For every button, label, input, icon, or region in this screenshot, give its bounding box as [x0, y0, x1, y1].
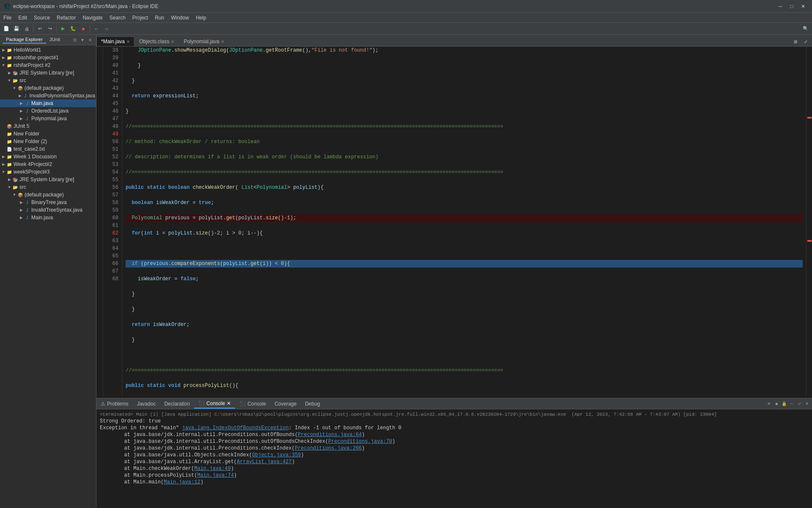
stack-link-5[interactable]: ArrayList.java:427	[237, 459, 292, 465]
sidebar-tab-package-explorer[interactable]: Package Explorer	[3, 36, 46, 44]
console-stop[interactable]: ■	[773, 400, 780, 407]
console-line-stack8: at Main.main(Main.java:12)	[100, 479, 809, 486]
sidebar-item-jre2[interactable]: ▶ 📚 JRE System Library [jre]	[0, 69, 96, 77]
toolbar-new[interactable]: 📄	[2, 24, 11, 33]
sidebar-item-mainjava[interactable]: ▶ J Main.java	[0, 99, 96, 107]
menu-refactor[interactable]: Refactor	[53, 13, 79, 23]
console-scroll-lock[interactable]: 🔒	[781, 400, 787, 407]
toolbar-redo[interactable]: ↪	[45, 24, 55, 33]
stack-link-1[interactable]: Preconditions.java:64	[298, 432, 362, 438]
sidebar-item-defpkg5[interactable]: ▼ 📦 (default package)	[0, 191, 96, 199]
sidebar-item-helloworld[interactable]: ▶ 📁 HelloWorld1	[0, 46, 96, 54]
sidebar-item-newfolder2[interactable]: 📁 New Folder (2)	[0, 138, 96, 145]
sidebar-item-junit5[interactable]: 📦 JUnit 5	[0, 122, 96, 130]
console-maximize[interactable]: ⤢	[796, 400, 803, 407]
breakpoint-gutter[interactable]	[96, 47, 103, 398]
menu-help[interactable]: Help	[192, 13, 210, 23]
sidebar-item-testcase[interactable]: 📄 test_case2.txt	[0, 145, 96, 153]
bottom-tab-console[interactable]: ⬛ Console ✕	[194, 399, 235, 409]
stack-link-8[interactable]: Main.java:12	[164, 479, 200, 485]
code-editor[interactable]: 38 39 40 41 42 43 44 45 46 47 48 49 50 5…	[96, 47, 806, 398]
sidebar-item-rshifar2[interactable]: ▼ 📁 rshifarProject #2	[0, 61, 96, 69]
sidebar-collapse[interactable]: ⊟	[71, 36, 78, 43]
maximize-button[interactable]: □	[786, 2, 797, 11]
toolbar-save[interactable]: 💾	[12, 24, 21, 33]
editor-area: *Main.java ✕ Objects.class ✕ Polynomial.…	[96, 35, 812, 508]
console-minimize[interactable]: ─	[788, 400, 795, 407]
sidebar-item-polynomial[interactable]: ▶ J Polynomial.java	[0, 115, 96, 122]
expand-w4: ▶	[1, 162, 6, 166]
editor-maximize[interactable]: ⤢	[801, 37, 810, 46]
sidebar-menu[interactable]: ▼	[79, 36, 86, 43]
menu-file[interactable]: File	[0, 13, 15, 23]
sidebar-item-invalidpoly[interactable]: ▶ J InvalidPolynomialSyntax.java	[0, 92, 96, 99]
minimize-button[interactable]: ─	[775, 2, 786, 11]
toolbar-forward[interactable]: →	[102, 24, 111, 33]
java-main-icon2: J	[24, 214, 30, 221]
sidebar-item-orderedlist[interactable]: ▶ J OrderedList.java	[0, 107, 96, 115]
code-content[interactable]: JOptionPane.showMessageDialog(JOptionPan…	[122, 47, 806, 398]
bottom-tab-debug[interactable]: Debug	[301, 400, 324, 408]
sidebar-item-src5[interactable]: ▼ 📂 src	[0, 183, 96, 191]
sidebar-close[interactable]: ✕	[87, 36, 93, 43]
sidebar-item-invalidtree[interactable]: ▶ J InvalidTreeSyntax.java	[0, 206, 96, 214]
sidebar-item-main5[interactable]: ▶ J Main.java	[0, 214, 96, 221]
stack-link-2[interactable]: Preconditions.java:70	[328, 439, 392, 444]
tab-main-close[interactable]: ✕	[126, 39, 130, 44]
menu-edit[interactable]: Edit	[15, 13, 30, 23]
tab-polynomial-close[interactable]: ✕	[221, 39, 224, 44]
menu-source[interactable]: Source	[30, 13, 53, 23]
console-line-stack5: at java.base/java.util.ArrayList.get(Arr…	[100, 458, 809, 465]
toolbar-undo[interactable]: ↩	[35, 24, 44, 33]
stack-link-6[interactable]: Main.java:49	[194, 466, 230, 472]
sidebar-item-src2[interactable]: ▼ 📂 src	[0, 77, 96, 84]
menu-navigate[interactable]: Navigate	[79, 13, 106, 23]
editor-tab-objects[interactable]: Objects.class ✕	[134, 36, 179, 46]
sidebar-item-defpkg2[interactable]: ▼ 📦 (default package)	[0, 84, 96, 92]
folder-icon4: 📁	[6, 161, 13, 168]
console-content[interactable]: <terminated> Main (1) [Java Application]…	[96, 409, 812, 508]
toolbar-back[interactable]: ←	[92, 24, 101, 33]
sidebar-item-week4[interactable]: ▶ 📁 Week 4Project#2	[0, 160, 96, 168]
sidebar-header: Package Explorer JUnit ⊟ ▼ ✕	[0, 35, 96, 45]
sidebar-item-robashifar[interactable]: ▶ 📁 robashifar-project#1	[0, 54, 96, 61]
menu-window[interactable]: Window	[167, 13, 192, 23]
editor-tab-polynomial[interactable]: Polynomial.java ✕	[179, 36, 229, 46]
bottom-tab-javadoc[interactable]: Javadoc	[133, 400, 160, 408]
sidebar-item-binarytree[interactable]: ▶ J BinaryTree.java	[0, 199, 96, 206]
stack-link-3[interactable]: Preconditions.java:266	[295, 445, 362, 451]
stack-link-4[interactable]: Objects.java:359	[252, 452, 301, 458]
bottom-console-close[interactable]: ✕	[227, 400, 231, 406]
sidebar-item-week1[interactable]: ▶ 📁 Week 1 Discussion	[0, 153, 96, 160]
menu-run[interactable]: Run	[151, 13, 167, 23]
exception-link[interactable]: java.lang.IndexOutOfBoundsException	[182, 425, 288, 431]
bottom-tab-declaration[interactable]: Declaration	[160, 400, 194, 408]
sidebar-item-week5[interactable]: ▼ 📁 week5Project#3	[0, 168, 96, 176]
bottom-tab-coverage[interactable]: Coverage	[270, 400, 301, 408]
toolbar-print[interactable]: 🖨	[22, 24, 31, 33]
editor-tabs-menu[interactable]: ⊞	[791, 37, 800, 46]
toolbar-run[interactable]: ▶	[58, 24, 68, 33]
overview-ruler[interactable]	[806, 47, 812, 398]
stack-link-7[interactable]: Main.java:74	[197, 472, 233, 478]
title-bar: 🌑 eclipse-workspace - rshifarProject #2/…	[0, 0, 812, 13]
bottom-tab-problems[interactable]: ⚠ Problems	[96, 400, 133, 408]
editor-tab-main[interactable]: *Main.java ✕	[96, 36, 134, 46]
toolbar-debug[interactable]: 🐛	[69, 24, 78, 33]
sidebar-tab-junit[interactable]: JUnit	[46, 36, 63, 44]
menu-search[interactable]: Search	[106, 13, 129, 23]
close-button[interactable]: ✕	[798, 2, 809, 11]
tab-main-label: *Main.java	[101, 39, 125, 44]
console-clear[interactable]: ✕	[765, 400, 772, 407]
toolbar-search-global[interactable]: 🔍	[801, 24, 810, 33]
project-icon5: 📁	[6, 168, 13, 175]
junit-icon: 📦	[6, 123, 13, 130]
expand-src5: ▼	[7, 185, 12, 189]
toolbar-stop[interactable]: ■	[79, 24, 88, 33]
bottom-tab-console2[interactable]: ⬛ Console	[235, 400, 270, 408]
sidebar-item-newfolder[interactable]: 📁 New Folder	[0, 130, 96, 138]
sidebar-item-jre5[interactable]: ▶ 📚 JRE System Library [jre]	[0, 176, 96, 183]
menu-project[interactable]: Project	[129, 13, 151, 23]
console-close[interactable]: ✕	[804, 400, 810, 407]
tab-objects-close[interactable]: ✕	[171, 39, 174, 44]
